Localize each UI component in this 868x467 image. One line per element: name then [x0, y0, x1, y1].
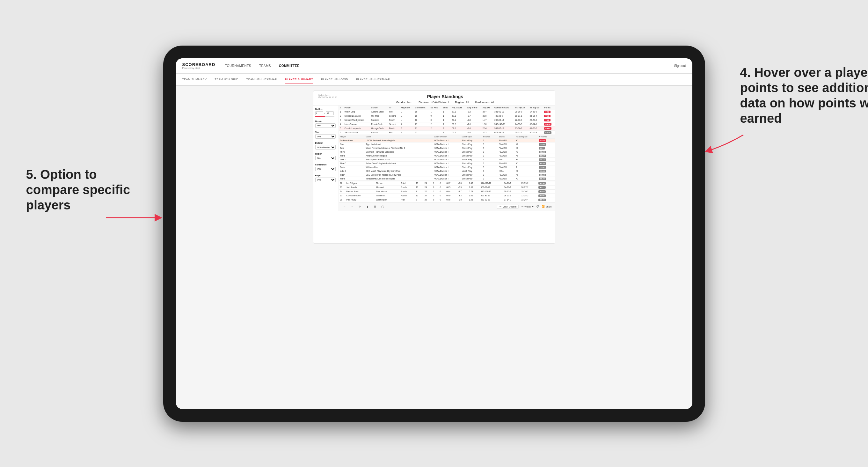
gender-value: Men: [407, 101, 412, 103]
event-row-highlighted: Jackson Koivu UNCW Seahawk Intercollegia…: [339, 138, 555, 142]
table-row: 1 Wenyi Ding Arizona State First 1 15 1 …: [339, 110, 555, 114]
points-badge[interactable]: 68.34: [544, 123, 552, 126]
player-filter-label: Player: [315, 175, 337, 177]
arrow-5: [103, 208, 166, 228]
share-label: Share: [546, 206, 552, 208]
points-badge[interactable]: 68.2: [544, 111, 551, 113]
left-filters: No Rds. -: [313, 105, 339, 211]
no-rds-to-input[interactable]: [326, 111, 334, 115]
event-row: Marie Amer An Intercollegiate NCAA Divis…: [339, 154, 555, 157]
gender-filter-section: Gender Men Women: [315, 120, 337, 128]
view-label: View: Original: [503, 206, 517, 208]
points-badge[interactable]: 76.3: [544, 115, 551, 117]
logo-title: SCOREBOARD: [182, 62, 216, 67]
points-badge[interactable]: 68.18: [544, 131, 552, 134]
event-points-badge[interactable]: 53.60: [539, 143, 546, 146]
table-row: 26 Petr Hruby Washington Fifth 7 23 0 0: [339, 198, 555, 202]
event-points-badge[interactable]: 66.40: [539, 178, 546, 180]
points-badge[interactable]: 40.02: [538, 190, 546, 193]
sub-nav-player-h2h-heatmap[interactable]: PLAYER H2H HEATMAP: [356, 75, 390, 84]
no-rds-from-input[interactable]: [315, 111, 323, 115]
sub-nav-team-h2h-heatmap[interactable]: TEAM H2H HEATMAP: [246, 75, 277, 84]
sub-nav-player-h2h-grid[interactable]: PLAYER H2H GRID: [321, 75, 348, 84]
division-filter: Division: NCAA Division I: [418, 101, 448, 103]
event-points-badge[interactable]: 56.18: [539, 174, 546, 176]
copy-button[interactable]: ▮: [365, 204, 370, 209]
sub-nav-team-summary[interactable]: TEAM SUMMARY: [182, 75, 207, 84]
table-row: 23 Jack Lundin Missouri Fourth 11 24 0 0: [339, 185, 555, 189]
share-button[interactable]: 🔁 Share: [542, 205, 552, 208]
table-row: 6 Jackson Koivu Auburn First 2 27 1 1 67: [339, 130, 555, 134]
region-filter-label: Region: [315, 153, 337, 155]
region-filter: Region: All: [455, 101, 469, 103]
event-table: Player Event Event Division Event Type R…: [339, 135, 555, 181]
watch-button[interactable]: 👁 Watch ▼: [521, 206, 534, 208]
region-filter-section: Region N/A: [315, 153, 337, 160]
comment-icon: 💬: [536, 205, 539, 208]
nav-committee[interactable]: COMMITTEE: [279, 63, 300, 69]
forward-button[interactable]: →: [350, 204, 355, 209]
update-time-value: 27/01/2024 16:56:26: [318, 96, 337, 98]
points-badge[interactable]: 39.95: [538, 194, 546, 197]
dashboard-body: No Rds. -: [313, 105, 555, 211]
col-reg-rank: Reg Rank: [399, 105, 414, 110]
refresh-button[interactable]: ↻: [357, 204, 363, 209]
division-select[interactable]: NCAA Division I: [315, 145, 336, 150]
settings-button[interactable]: ☰: [373, 204, 378, 209]
region-select[interactable]: N/A: [315, 156, 336, 160]
clock-button[interactable]: ◯: [380, 204, 385, 209]
gender-label: Gender:: [396, 101, 406, 103]
annotation-4: 4. Hover over a player's points to see a…: [740, 65, 868, 126]
event-points-badge[interactable]: 73.33: [539, 151, 546, 153]
points-badge-highlighted[interactable]: 60.09: [544, 127, 552, 130]
event-points-badge[interactable]: 16.50: [539, 162, 546, 165]
nav-teams[interactable]: TEAMS: [259, 63, 271, 69]
col-vs-top50: Vs Top 50: [528, 105, 543, 110]
col-player: Player: [343, 105, 370, 110]
col-wins: Wins: [441, 105, 451, 110]
dashboard-container: Update time: 27/01/2024 16:56:26 Player …: [313, 91, 555, 244]
points-badge[interactable]: 40.58: [538, 182, 546, 185]
event-points-badge[interactable]: 46.7: [539, 147, 545, 150]
division-filter-section: Division NCAA Division I: [315, 142, 337, 150]
sign-out-link[interactable]: Sign out: [674, 64, 686, 68]
table-row: 22 Ian Gilligan Florida Third 10 24 1 0: [339, 181, 555, 186]
no-rds-filter-section: No Rds. -: [315, 108, 337, 117]
back-button[interactable]: ←: [342, 204, 347, 209]
col-yr: Yr: [388, 105, 399, 110]
event-points-badge[interactable]: 35.38: [539, 170, 546, 173]
col-vs-top25: Vs Top 25: [514, 105, 528, 110]
logo-subtitle: Powered by clippi: [182, 67, 216, 69]
update-time-area: Update time: 27/01/2024 16:56:26: [318, 94, 337, 98]
sub-nav-player-summary[interactable]: PLAYER SUMMARY: [285, 75, 313, 84]
no-rds-slider[interactable]: [315, 116, 334, 117]
col-avg-sg: Avg SG: [481, 105, 493, 110]
view-original-button[interactable]: 👁 View: Original: [497, 205, 519, 209]
filter-row: Gender: Men Division: NCAA Division I Re…: [340, 101, 550, 103]
event-row: Phirc Southern Highlands Collegiate NCAA…: [339, 150, 555, 154]
event-row: David Williams Cup NCAA Division I Strok…: [339, 165, 555, 169]
gender-select[interactable]: Men Women: [315, 123, 336, 128]
col-points: Points: [543, 105, 555, 110]
points-badge[interactable]: 40.27: [538, 186, 546, 189]
chevron-down-icon: ▼: [532, 206, 534, 208]
points-badge[interactable]: 38.49: [538, 198, 546, 201]
watch-icon: 👁: [521, 206, 523, 208]
player-select[interactable]: (All): [315, 178, 336, 182]
conference-select[interactable]: (All): [315, 167, 336, 171]
comment-button[interactable]: 💬: [536, 205, 539, 208]
table-row: 3 Michael Thorbjornsen Stanford Fourth 1…: [339, 118, 555, 122]
no-rds-slider-fill: [315, 116, 325, 117]
col-school: School: [370, 105, 388, 110]
nav-tournaments[interactable]: TOURNAMENTS: [225, 63, 251, 69]
points-badge[interactable]: 70.2: [544, 119, 551, 121]
col-conf-rank: Conf Rank: [414, 105, 429, 110]
sub-nav-team-h2h-grid[interactable]: TEAM H2H GRID: [215, 75, 238, 84]
event-points-badge[interactable]: 30.47: [539, 166, 546, 168]
event-points-badge[interactable]: 24.11: [539, 158, 546, 161]
year-select[interactable]: (All): [315, 134, 336, 139]
event-points-badge[interactable]: 40.64: [539, 139, 546, 142]
event-points-badge[interactable]: 37.57: [539, 155, 546, 157]
bottom-toolbar: ← → ↻ ▮ ☰ ◯ 👁 View: Original: [339, 202, 555, 211]
lower-standings-table: 22 Ian Gilligan Florida Third 10 24 1 0: [339, 181, 555, 202]
